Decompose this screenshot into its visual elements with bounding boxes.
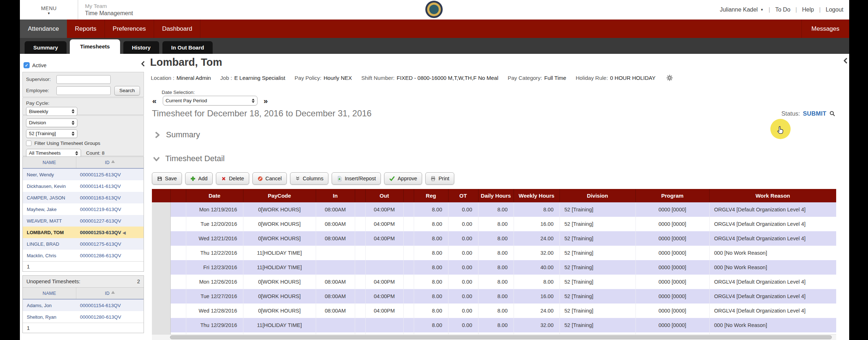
column-header-in[interactable]: In (316, 189, 355, 202)
column-header-date[interactable]: Date (186, 189, 243, 202)
row-selector-cell[interactable] (152, 275, 170, 289)
approve-button[interactable]: Approve (384, 172, 422, 185)
nav-item-reports[interactable]: Reports (67, 20, 105, 38)
header-link-logout[interactable]: Logout (826, 7, 843, 13)
employee-id-link[interactable]: 000001154-613QV (76, 303, 144, 308)
employee-id-link[interactable]: 000001286-613QV (76, 253, 144, 258)
tab-in-out-board[interactable]: In Out Board (162, 41, 213, 54)
nav-item-preferences[interactable]: Preferences (105, 20, 154, 38)
timesheet-groups-checkbox[interactable] (26, 141, 31, 146)
search-button[interactable]: Search (114, 86, 140, 95)
employee-id-link[interactable]: 000001219-613QV (76, 207, 144, 212)
horizontal-scrollbar-thumb[interactable] (170, 335, 832, 339)
pay-cycle-select[interactable]: Biweekly (26, 107, 77, 116)
print-button[interactable]: Print (425, 172, 454, 185)
list-item-adams-jon[interactable]: Adams, Jon000001154-613QV (23, 300, 144, 311)
tab-timesheets[interactable]: Timesheets (70, 39, 120, 54)
columns-button[interactable]: Columns (290, 172, 328, 185)
column-header-ot[interactable]: OT (448, 189, 478, 202)
row-selector-cell[interactable] (152, 304, 170, 318)
column-header-program[interactable]: Program (635, 189, 709, 202)
status-submit-link[interactable]: SUBMIT (803, 110, 826, 117)
nav-item-messages[interactable]: Messages (801, 20, 849, 38)
table-row-wed-12-28-2016[interactable]: Wed 12/28/20160[WORK HOURS]08:00AM04:00P… (152, 304, 836, 318)
next-period-icon[interactable]: » (264, 97, 268, 104)
table-row-thu-12-22-2016[interactable]: Thu 12/22/201611[HOLIDAY TIME]8.000.008.… (152, 246, 836, 260)
employee-id-link[interactable]: 000001275-613QV (76, 241, 144, 247)
main-collapse-icon[interactable] (843, 58, 848, 65)
row-selector-cell[interactable] (152, 318, 170, 332)
list-item-dickhausen-kevin[interactable]: Dickhausen, Kevin000001141-613QV (23, 180, 144, 192)
column-header-id[interactable]: ID (76, 157, 144, 168)
row-selector-cell[interactable] (152, 217, 170, 231)
table-row-mon-12-26-2016[interactable]: Mon 12/26/20160[WORK HOURS]08:00AM04:00P… (152, 275, 836, 289)
column-header-out[interactable]: Out (365, 189, 403, 202)
nav-item-attendance[interactable]: Attendance (20, 20, 67, 38)
column-header-reg[interactable]: Reg (414, 189, 448, 202)
table-row-mon-12-19-2016[interactable]: Mon 12/19/20160[WORK HOURS]08:00AM04:00P… (152, 202, 836, 217)
column-header-name[interactable]: NAME (23, 157, 76, 168)
unopened-pagination[interactable]: 1 (23, 323, 144, 333)
row-selector-cell[interactable] (152, 289, 170, 304)
save-button[interactable]: Save (152, 172, 182, 185)
previous-period-icon[interactable]: « (152, 97, 157, 104)
employee-id-link[interactable]: 000001280-613QV (76, 314, 144, 320)
row-selector-cell[interactable] (152, 246, 170, 260)
status-magnifier-icon[interactable] (829, 111, 835, 117)
column-header-id[interactable]: ID (76, 288, 144, 299)
employee-id-link[interactable]: 000001163-613QV (76, 195, 144, 201)
tab-history[interactable]: History (123, 41, 159, 54)
timesheets-select[interactable]: All Timesheets (26, 149, 81, 158)
header-link-to-do[interactable]: To Do (775, 7, 791, 13)
add-button[interactable]: Add (185, 172, 213, 185)
employee-id-link[interactable]: 000001125-613QV (76, 172, 144, 177)
sidebar-collapse-icon[interactable] (141, 61, 145, 68)
tab-summary[interactable]: Summary (25, 41, 67, 54)
active-checkbox[interactable] (24, 62, 30, 68)
cancel-button[interactable]: Cancel (252, 172, 287, 185)
filter-type-select[interactable]: Division (26, 119, 77, 127)
cell-reg: 8.00 (414, 260, 448, 275)
employee-list-pagination[interactable]: 1 (23, 261, 144, 271)
column-header-name[interactable]: NAME (23, 288, 76, 299)
list-item-macklin-chris[interactable]: Macklin, Chris000001286-613QV (23, 250, 144, 261)
employee-id-link[interactable]: 000001227-613QV (76, 218, 144, 224)
table-row-thu-12-29-2016[interactable]: Thu 12/29/201611[HOLIDAY TIME]8.000.008.… (152, 318, 836, 332)
list-item-mayhew-jake[interactable]: Mayhew, Jake000001219-613QV (23, 203, 144, 215)
filter-value-select[interactable]: 52 [Training] (26, 129, 77, 138)
summary-section-toggle[interactable]: Summary (154, 130, 200, 139)
list-item-neer-wendy[interactable]: Neer, Wendy000001125-613QV (23, 169, 144, 180)
nav-item-dashboard[interactable]: Dashboard (154, 20, 200, 38)
menu-button[interactable]: MENU ▼ (20, 0, 78, 20)
column-header-work-reason[interactable]: Work Reason (709, 189, 836, 202)
delete-button[interactable]: Delete (216, 172, 249, 185)
employee-input[interactable] (56, 86, 111, 95)
user-menu[interactable]: Julianne Kadel ▼ (720, 7, 763, 13)
list-item-lombard-tom[interactable]: LOMBARD, TOM000001253-613QV◀ (23, 227, 144, 238)
row-selector-cell[interactable] (152, 202, 170, 217)
list-item-camper-jason[interactable]: CAMPER, JASON000001163-613QV (23, 192, 144, 203)
header-link-help[interactable]: Help (802, 7, 814, 13)
column-header-weekly-hours[interactable]: Weekly Hours (514, 189, 559, 202)
supervisor-input[interactable] (56, 75, 111, 84)
employee-id-link[interactable]: 000001141-613QV (76, 184, 144, 189)
date-selection-select[interactable]: Current Pay Period (163, 96, 258, 106)
table-row-wed-12-21-2016[interactable]: Wed 12/21/20160[WORK HOURS]08:00AM04:00P… (152, 231, 836, 246)
gear-icon[interactable] (666, 74, 673, 81)
column-header-division[interactable]: Division (559, 189, 635, 202)
cell-blank (355, 318, 365, 332)
table-row-tue-12-27-2016[interactable]: Tue 12/27/20160[WORK HOURS]08:00AM04:00P… (152, 289, 836, 304)
main-nav: AttendanceReportsPreferencesDashboard Me… (20, 20, 849, 38)
list-item-lingle-brad[interactable]: LINGLE, BRAD000001275-613QV (23, 238, 144, 250)
list-item-shelton-ryan[interactable]: Shelton, Ryan000001280-613QV (23, 311, 144, 323)
row-selector-cell[interactable] (152, 231, 170, 246)
list-item-weaver-matt[interactable]: WEAVER, MATT000001227-613QV (23, 215, 144, 227)
column-header-paycode[interactable]: PayCode (243, 189, 316, 202)
employee-id-link[interactable]: 000001253-613QV◀ (76, 230, 144, 235)
insert-repost-button[interactable]: Insert/Repost (332, 172, 381, 185)
table-row-fri-12-23-2016[interactable]: Fri 12/23/201611[HOLIDAY TIME]8.000.008.… (152, 260, 836, 275)
table-row-tue-12-20-2016[interactable]: Tue 12/20/20160[WORK HOURS]08:00AM04:00P… (152, 217, 836, 231)
row-selector-cell[interactable] (152, 260, 170, 275)
detail-section-toggle[interactable]: Timesheet Detail (153, 154, 225, 163)
column-header-daily-hours[interactable]: Daily Hours (478, 189, 514, 202)
